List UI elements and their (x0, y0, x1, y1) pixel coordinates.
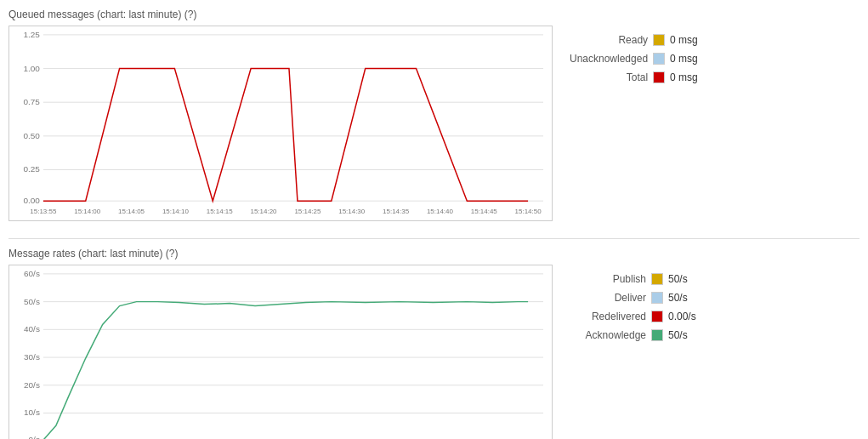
legend-item-redelivered: Redelivered 0.00/s (570, 311, 711, 322)
svg-text:0.50: 0.50 (23, 131, 40, 140)
svg-text:1.25: 1.25 (23, 30, 40, 39)
svg-text:15:14:30: 15:14:30 (338, 208, 366, 215)
svg-text:15:14:25: 15:14:25 (294, 208, 321, 215)
legend-item-ready: Ready 0 msg (570, 34, 712, 46)
svg-text:40/s: 40/s (24, 324, 40, 334)
legend-label-ready: Ready (571, 34, 648, 46)
legend-item-acknowledge: Acknowledge 50/s (570, 329, 711, 341)
legend-label-redelivered: Redelivered (570, 311, 646, 322)
legend-label-total: Total (571, 71, 648, 83)
queued-chart-area: 1.25 1.00 0.75 0.50 0.25 0.00 15:13:55 1… (9, 26, 859, 221)
message-rates-section: Message rates (chart: last minute) (?) 6… (9, 248, 859, 439)
legend-item-publish: Publish 50/s (570, 273, 711, 285)
svg-text:15:14:05: 15:14:05 (118, 208, 145, 215)
svg-text:15:14:20: 15:14:20 (251, 208, 278, 215)
svg-text:10/s: 10/s (24, 408, 40, 417)
queued-messages-section: Queued messages (chart: last minute) (?)… (9, 9, 859, 221)
svg-text:15:14:00: 15:14:00 (74, 208, 101, 215)
svg-text:0.25: 0.25 (23, 165, 40, 174)
rates-chart-container: 60/s 50/s 40/s 30/s 20/s 10/s 0/s 15:13:… (9, 265, 553, 439)
message-rates-title: Message rates (chart: last minute) (?) (9, 248, 859, 259)
svg-text:15:14:15: 15:14:15 (207, 208, 234, 215)
legend-value-ready: 0 msg (670, 34, 712, 46)
svg-text:0/s: 0/s (29, 435, 40, 439)
rates-chart-area: 60/s 50/s 40/s 30/s 20/s 10/s 0/s 15:13:… (9, 265, 859, 439)
svg-text:0.00: 0.00 (23, 196, 40, 205)
svg-text:15:14:50: 15:14:50 (515, 208, 542, 215)
queued-legend: Ready 0 msg Unacknowledged 0 msg Total 0… (570, 26, 712, 83)
section-divider (9, 238, 859, 239)
svg-text:60/s: 60/s (24, 269, 40, 278)
legend-value-unacknowledged: 0 msg (670, 53, 712, 65)
legend-item-total: Total 0 msg (570, 71, 712, 83)
svg-text:15:14:40: 15:14:40 (427, 208, 454, 215)
legend-item-unacknowledged: Unacknowledged 0 msg (570, 53, 712, 65)
svg-text:30/s: 30/s (24, 352, 40, 362)
svg-text:20/s: 20/s (24, 380, 40, 390)
legend-label-unacknowledged: Unacknowledged (570, 53, 648, 65)
legend-color-ready (653, 34, 665, 46)
queued-chart-container: 1.25 1.00 0.75 0.50 0.25 0.00 15:13:55 1… (9, 26, 553, 221)
queued-messages-title: Queued messages (chart: last minute) (?) (9, 9, 859, 20)
svg-text:15:14:45: 15:14:45 (471, 208, 498, 215)
queued-chart-svg: 1.25 1.00 0.75 0.50 0.25 0.00 15:13:55 1… (9, 26, 552, 220)
legend-value-acknowledge: 50/s (668, 329, 711, 341)
legend-label-publish: Publish (570, 273, 646, 285)
svg-text:50/s: 50/s (24, 297, 40, 306)
svg-text:15:14:35: 15:14:35 (383, 208, 410, 215)
svg-text:15:13:55: 15:13:55 (30, 208, 57, 215)
legend-color-acknowledge (651, 329, 663, 341)
legend-value-deliver: 50/s (668, 292, 711, 304)
legend-color-publish (651, 273, 663, 285)
legend-value-redelivered: 0.00/s (668, 311, 711, 322)
legend-label-deliver: Deliver (570, 292, 646, 304)
legend-color-total (653, 71, 665, 83)
legend-item-deliver: Deliver 50/s (570, 292, 711, 304)
legend-value-publish: 50/s (668, 273, 711, 285)
svg-text:15:14:10: 15:14:10 (162, 208, 190, 215)
legend-color-deliver (651, 292, 663, 304)
rates-legend: Publish 50/s Deliver 50/s Redelivered 0.… (570, 265, 711, 341)
legend-value-total: 0 msg (670, 71, 712, 83)
legend-label-acknowledge: Acknowledge (570, 329, 646, 341)
svg-text:1.00: 1.00 (23, 64, 40, 73)
legend-color-unacknowledged (653, 53, 665, 65)
rates-chart-svg: 60/s 50/s 40/s 30/s 20/s 10/s 0/s 15:13:… (9, 265, 552, 439)
legend-color-redelivered (651, 311, 663, 322)
svg-text:0.75: 0.75 (23, 97, 40, 106)
